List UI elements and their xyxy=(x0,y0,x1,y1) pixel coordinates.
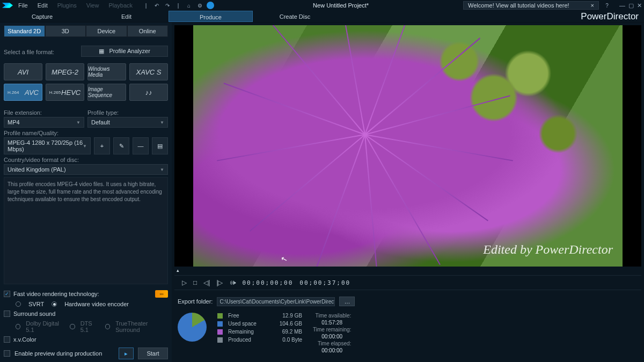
velocity-badge: ››› xyxy=(155,290,168,298)
volume-icon[interactable]: 🕪 xyxy=(230,279,236,286)
format-avc[interactable]: H.264AVC xyxy=(4,84,42,101)
app-logo xyxy=(2,1,13,10)
time-remaining-value: 00:00:00 xyxy=(313,334,351,339)
start-button[interactable]: Start xyxy=(138,348,168,359)
xvcolor-label: x.v.Color xyxy=(13,336,36,343)
menu-edit[interactable]: Edit xyxy=(38,2,48,9)
gear-icon[interactable]: ⚙ xyxy=(196,2,203,9)
format-audio[interactable]: ♪♪ xyxy=(129,84,168,101)
file-ext-label: File extension: xyxy=(4,109,84,116)
time-remaining-label: Time remaining: xyxy=(313,327,351,333)
profile-type-select[interactable]: Default▼ xyxy=(87,117,168,128)
next-frame-icon[interactable]: |▷ xyxy=(216,279,223,286)
hw-encoder-radio[interactable] xyxy=(52,301,57,307)
swatch-produced xyxy=(217,337,223,343)
profile-name-label: Profile name/Quality: xyxy=(4,130,168,136)
tab-create-disc[interactable]: Create Disc xyxy=(253,11,337,22)
divider: | xyxy=(174,2,182,9)
swatch-free xyxy=(217,313,223,319)
svrt-radio[interactable] xyxy=(16,301,21,307)
format-mpeg2[interactable]: MPEG-2 xyxy=(46,63,84,80)
redo-icon[interactable]: ↷ xyxy=(164,2,171,9)
home-icon[interactable]: ⌂ xyxy=(185,2,193,9)
dts51-radio xyxy=(70,324,75,329)
format-hevc[interactable]: H.265HEVC xyxy=(46,84,84,101)
subtab-2d[interactable]: Standard 2D xyxy=(4,25,45,37)
hevc-prefix: H.265 xyxy=(49,90,61,95)
maximize-icon[interactable]: ▢ xyxy=(628,2,634,9)
export-folder-label: Export folder: xyxy=(178,298,213,305)
disk-pie-chart xyxy=(178,313,207,342)
browse-button[interactable]: … xyxy=(339,297,355,306)
fast-render-checkbox[interactable]: ✓ xyxy=(4,291,10,297)
welcome-banner[interactable]: Welcome! View all tutorial videos here! … xyxy=(463,1,599,10)
select-format-label: Select a file format: xyxy=(4,49,54,55)
time-elapsed-value: 00:00:00 xyxy=(313,348,351,353)
time-available-value: 01:57:28 xyxy=(313,320,351,326)
time-available-label: Time available: xyxy=(313,313,351,319)
country-select[interactable]: United Kingdom (PAL)▼ xyxy=(4,164,168,175)
profile-description: This profile encodes MPEG-4 video files.… xyxy=(4,177,168,284)
profile-name-select[interactable]: MPEG-4 1280 x 720/25p (16 Mbps)▼ xyxy=(4,137,91,154)
swatch-used xyxy=(217,321,223,327)
preview-image-overlay xyxy=(193,25,623,267)
svrt-label: SVRT xyxy=(28,301,44,307)
menu-playback: Playback xyxy=(108,2,133,9)
prev-frame-icon[interactable]: ◁| xyxy=(203,279,210,286)
profile-analyzer-button[interactable]: ▦ Profile Analyzer xyxy=(81,46,168,57)
tab-edit[interactable]: Edit xyxy=(84,11,169,22)
tab-capture[interactable]: Capture xyxy=(0,11,84,22)
chevron-down-icon: ▼ xyxy=(160,167,164,172)
enable-preview-label: Enable preview during production xyxy=(14,350,114,357)
profile-type-label: Profile type: xyxy=(87,109,168,116)
menu-file[interactable]: File xyxy=(18,2,28,9)
country-label: Country/video format of disc: xyxy=(4,157,168,163)
format-xavcs[interactable]: XAVC S xyxy=(129,63,168,80)
minimize-icon[interactable]: — xyxy=(619,2,625,9)
surround-checkbox[interactable] xyxy=(4,311,10,317)
legend-produced: Produced xyxy=(228,337,271,343)
profile-name-value: MPEG-4 1280 x 720/25p (16 Mbps) xyxy=(8,139,83,152)
format-image-sequence[interactable]: Image Sequence xyxy=(87,84,126,101)
edit-profile-button[interactable]: ✎ xyxy=(113,137,129,154)
file-ext-select[interactable]: MP4▼ xyxy=(4,117,84,128)
playhead-icon[interactable]: ▴ xyxy=(177,268,179,273)
avc-prefix: H.264 xyxy=(8,90,19,95)
legend-remaining: Remaining xyxy=(228,329,271,335)
dd51-radio xyxy=(16,324,20,329)
fast-render-label: Fast video rendering technology: xyxy=(13,291,99,297)
timecode-current: 00;00;00;00 xyxy=(243,279,294,286)
scrub-bar[interactable]: ▴ xyxy=(174,268,641,274)
details-profile-button[interactable]: ▤ xyxy=(152,137,168,154)
undo-icon[interactable]: ↶ xyxy=(153,2,160,9)
help-icon[interactable]: ? xyxy=(603,2,611,9)
chevron-down-icon: ▼ xyxy=(160,120,164,125)
subtab-device[interactable]: Device xyxy=(86,25,127,37)
subtab-3d[interactable]: 3D xyxy=(45,25,86,37)
stop-icon[interactable]: □ xyxy=(193,279,197,286)
menu-plugins: Plugins xyxy=(57,2,77,9)
xvcolor-checkbox[interactable] xyxy=(4,336,10,343)
notification-badge[interactable] xyxy=(207,2,214,9)
chevron-down-icon: ▼ xyxy=(83,144,87,149)
format-avi[interactable]: AVI xyxy=(4,63,42,80)
close-icon[interactable]: × xyxy=(591,2,594,9)
value-used: 104.6 GB xyxy=(275,321,302,327)
preview-button[interactable]: ▸ xyxy=(119,348,134,359)
format-wm[interactable]: Windows Media xyxy=(87,63,126,80)
tt-radio xyxy=(105,324,110,329)
tab-produce[interactable]: Produce xyxy=(169,11,253,22)
export-folder-field[interactable]: C:\Users\Cat\Documents\CyberLink\PowerDi… xyxy=(217,297,335,306)
hevc-label: HEVC xyxy=(61,88,80,97)
brand-label: PowerDirector xyxy=(581,11,644,22)
remove-profile-button[interactable]: — xyxy=(133,137,149,154)
close-window-icon[interactable]: ✕ xyxy=(637,2,642,9)
play-icon[interactable]: ▷ xyxy=(182,279,187,286)
dd51-label: Dolby Digital 5.1 xyxy=(26,320,64,333)
add-profile-button[interactable]: + xyxy=(94,137,110,154)
profile-type-value: Default xyxy=(91,119,110,125)
watermark-text: Edited by PowerDirector xyxy=(483,242,613,257)
enable-preview-checkbox[interactable] xyxy=(4,350,10,357)
hw-encoder-label: Hardware video encoder xyxy=(64,301,129,307)
subtab-online[interactable]: Online xyxy=(127,25,169,37)
